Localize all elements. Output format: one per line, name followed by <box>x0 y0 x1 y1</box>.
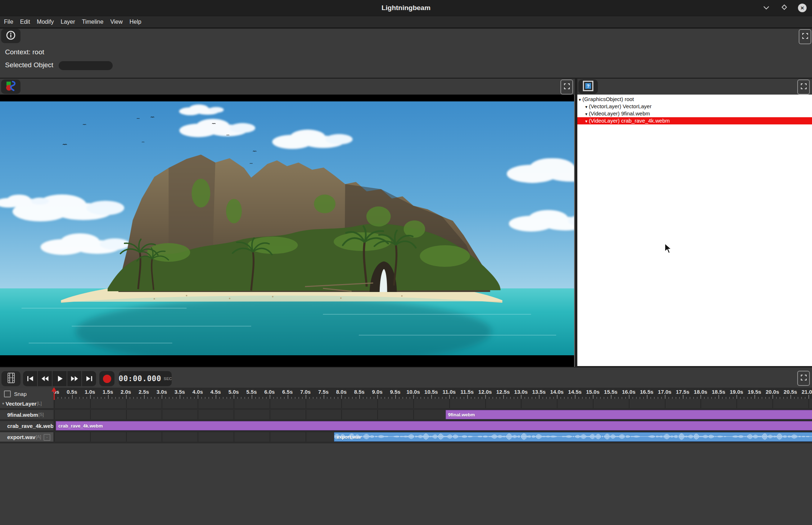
skip-to-end-button[interactable] <box>82 371 96 386</box>
film-strip-icon <box>6 373 16 385</box>
track-expander-icon[interactable]: ▾ <box>2 401 4 406</box>
stage-right-splitter[interactable] <box>574 95 575 367</box>
skip-to-start-button[interactable] <box>23 371 38 386</box>
expander-icon[interactable]: ▼ <box>585 105 588 109</box>
menu-item-timeline[interactable]: Timeline <box>82 19 104 25</box>
fullscreen-icon <box>564 83 570 91</box>
menu-bar: FileEditModifyLayerTimelineViewHelp <box>0 16 812 28</box>
menu-item-help[interactable]: Help <box>130 19 141 25</box>
vector-shapes-icon <box>5 81 16 93</box>
bottom-empty-area <box>0 443 812 525</box>
fullscreen-icon <box>801 375 807 382</box>
chevron-down-icon <box>763 5 770 11</box>
time-unit: SEC <box>164 376 172 381</box>
info-panel-expand-button[interactable] <box>799 29 811 44</box>
timeline-tool-button[interactable] <box>1 371 21 386</box>
tree-row-label: (GraphicsObject) root <box>582 96 634 102</box>
track-row-crab_rave_4k.webm[interactable]: crab_rave_4k.webm <box>53 421 812 430</box>
tree-row[interactable]: ▼(GraphicsObject) root <box>577 96 812 103</box>
record-button[interactable] <box>99 371 114 386</box>
title-bar: Lightningbeam ✕ <box>0 0 812 16</box>
context-label: Context: root <box>5 48 44 56</box>
tree-row[interactable]: ▼(VectorLayer) VectorLayer <box>577 103 812 110</box>
expander-icon[interactable]: ▼ <box>585 112 588 116</box>
tree-panel-header: ? <box>577 79 812 95</box>
fullscreen-icon <box>801 83 807 91</box>
tree-row-label: (VectorLayer) VectorLayer <box>589 103 651 109</box>
rewind-button[interactable] <box>38 371 53 386</box>
time-value: 00:00.000 <box>119 374 161 383</box>
window-controls: ✕ <box>762 0 807 16</box>
track-name: crab_rave_4k.webm <box>7 423 53 429</box>
track-type-suffix: [A] <box>36 434 41 439</box>
menu-item-modify[interactable]: Modify <box>37 19 54 25</box>
tree-row[interactable]: ▼(VideoLayer) 9final.webm <box>577 110 812 117</box>
track-option-checkbox[interactable]: - <box>44 434 50 441</box>
close-icon: ✕ <box>798 4 807 12</box>
fast-forward-icon <box>70 375 79 382</box>
minimize-button[interactable] <box>762 3 771 13</box>
selected-object-label: Selected Object <box>5 61 53 69</box>
tree-tool-button[interactable]: ? <box>578 79 598 94</box>
record-icon <box>103 375 111 383</box>
track-name: 9final.webm <box>7 412 38 418</box>
track-row-export.wav[interactable]: export.wav <box>53 432 812 442</box>
diamond-icon <box>781 4 788 12</box>
track-type-suffix: [S] <box>39 412 44 417</box>
close-button[interactable]: ✕ <box>798 3 807 13</box>
snap-checkbox[interactable] <box>4 391 11 397</box>
menu-item-edit[interactable]: Edit <box>20 19 30 25</box>
fast-forward-button[interactable] <box>67 371 82 386</box>
snap-cell: Snap <box>0 388 53 400</box>
play-icon <box>55 375 64 382</box>
clip-crab_rave_4k.webm[interactable]: crab_rave_4k.webm <box>56 421 812 430</box>
mouse-cursor <box>663 243 673 254</box>
playhead-line <box>54 391 55 400</box>
time-display: 00:00.000 SEC <box>119 371 172 386</box>
play-button[interactable] <box>53 371 67 386</box>
track-label-9final.webm[interactable]: 9final.webm[S] <box>0 410 53 419</box>
image-placeholder-icon: ? <box>583 81 594 93</box>
skip-end-icon <box>85 375 94 382</box>
timeline[interactable]: 0.0s0.5s1.0s1.5s2.0s2.5s3.0s3.5s4.0s4.5s… <box>0 388 812 443</box>
track-label-VectorLayer[interactable]: ▾VectorLayer[L] <box>0 399 53 408</box>
maximize-button[interactable] <box>780 3 789 13</box>
track-row-VectorLayer[interactable] <box>53 399 812 408</box>
stage-tool-button[interactable] <box>1 79 21 94</box>
window-title: Lightningbeam <box>0 0 812 16</box>
video-frame-island <box>0 101 574 355</box>
info-tool-button[interactable] <box>1 29 21 43</box>
tree-row[interactable]: ▼(VideoLayer) crab_rave_4k.webm <box>577 117 812 124</box>
info-panel: Context: root Selected Object <box>0 29 812 78</box>
transport-bar: 00:00.000 SEC <box>0 368 812 388</box>
stage-canvas[interactable] <box>0 95 575 367</box>
clip-9final.webm[interactable]: 9final.webm <box>446 410 812 419</box>
object-tree: ▼(GraphicsObject) root▼(VectorLayer) Vec… <box>577 95 812 366</box>
expander-icon[interactable]: ▼ <box>585 119 588 123</box>
selected-object-input[interactable] <box>59 61 113 70</box>
track-name: VectorLayer <box>6 401 37 407</box>
tree-expand-button[interactable] <box>797 79 810 95</box>
track-label-crab_rave_4k.webm[interactable]: crab_rave_4k.webm[V] <box>0 421 53 430</box>
info-icon <box>6 30 16 42</box>
menu-item-layer[interactable]: Layer <box>60 19 75 25</box>
skip-start-icon <box>26 375 35 382</box>
tree-row-label: (VideoLayer) crab_rave_4k.webm <box>589 118 670 124</box>
fullscreen-icon <box>802 33 808 40</box>
track-name: export.wav <box>7 434 35 440</box>
track-row-9final.webm[interactable]: 9final.webm <box>53 410 812 419</box>
snap-label: Snap <box>14 391 27 397</box>
clip-label: crab_rave_4k.webm <box>58 423 103 429</box>
tree-row-label: (VideoLayer) 9final.webm <box>589 110 650 117</box>
track-type-suffix: [L] <box>37 401 41 406</box>
svg-text:?: ? <box>587 83 590 89</box>
menu-item-view[interactable]: View <box>110 19 122 25</box>
audio-waveform <box>334 433 812 440</box>
clip-label: 9final.webm <box>448 412 475 417</box>
timeline-expand-button[interactable] <box>797 371 810 386</box>
stage-expand-button[interactable] <box>560 79 573 95</box>
menu-item-file[interactable]: File <box>4 19 13 25</box>
expander-icon[interactable]: ▼ <box>578 98 582 102</box>
clip-export.wav[interactable]: export.wav <box>334 432 812 442</box>
track-label-export.wav[interactable]: export.wav[A]- <box>0 432 53 442</box>
